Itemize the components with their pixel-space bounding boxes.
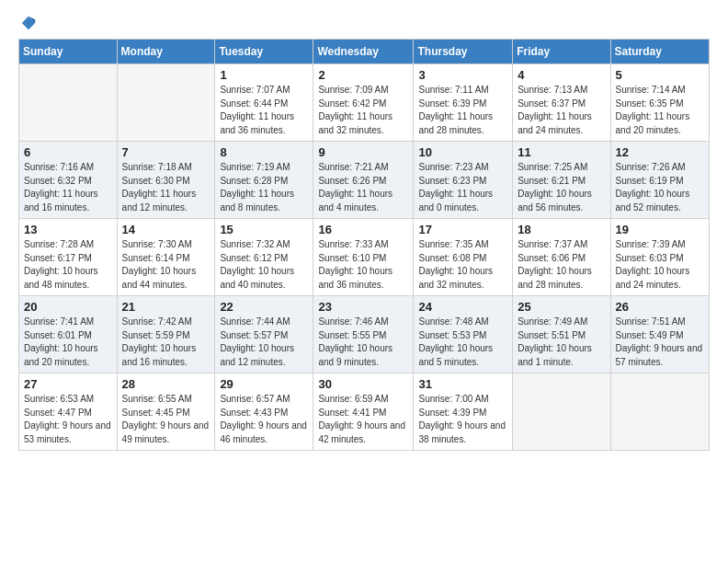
calendar-header-thursday: Thursday: [414, 40, 513, 64]
day-number: 4: [518, 68, 605, 82]
day-number: 14: [122, 223, 210, 236]
day-info: Sunrise: 7:32 AM Sunset: 6:12 PM Dayligh…: [220, 238, 308, 292]
day-info: Sunrise: 7:09 AM Sunset: 6:42 PM Dayligh…: [318, 84, 408, 137]
calendar-week-5: 27Sunrise: 6:53 AM Sunset: 4:47 PM Dayli…: [19, 373, 710, 451]
day-number: 15: [220, 223, 308, 236]
calendar-cell: 19Sunrise: 7:39 AM Sunset: 6:03 PM Dayli…: [610, 219, 709, 296]
calendar-cell: 4Sunrise: 7:13 AM Sunset: 6:37 PM Daylig…: [513, 64, 610, 142]
day-number: 20: [24, 300, 112, 314]
day-info: Sunrise: 7:14 AM Sunset: 6:35 PM Dayligh…: [616, 84, 704, 137]
day-number: 25: [518, 300, 605, 314]
day-info: Sunrise: 6:55 AM Sunset: 4:45 PM Dayligh…: [122, 393, 210, 446]
calendar-cell: [513, 373, 610, 451]
day-info: Sunrise: 7:16 AM Sunset: 6:32 PM Dayligh…: [24, 161, 112, 214]
calendar-cell: 13Sunrise: 7:28 AM Sunset: 6:17 PM Dayli…: [19, 219, 118, 296]
day-info: Sunrise: 7:44 AM Sunset: 5:57 PM Dayligh…: [220, 316, 308, 369]
day-number: 8: [220, 145, 308, 159]
calendar-week-1: 1Sunrise: 7:07 AM Sunset: 6:44 PM Daylig…: [19, 64, 710, 142]
day-info: Sunrise: 7:13 AM Sunset: 6:37 PM Dayligh…: [518, 84, 605, 137]
day-number: 19: [616, 223, 704, 236]
day-info: Sunrise: 6:57 AM Sunset: 4:43 PM Dayligh…: [220, 393, 308, 446]
calendar-cell: 7Sunrise: 7:18 AM Sunset: 6:30 PM Daylig…: [117, 142, 215, 219]
day-info: Sunrise: 7:39 AM Sunset: 6:03 PM Dayligh…: [616, 238, 704, 292]
day-number: 18: [518, 223, 605, 236]
calendar-cell: 28Sunrise: 6:55 AM Sunset: 4:45 PM Dayli…: [117, 373, 215, 451]
calendar-header-sunday: Sunday: [19, 40, 118, 64]
calendar-cell: 26Sunrise: 7:51 AM Sunset: 5:49 PM Dayli…: [610, 296, 709, 373]
calendar-week-4: 20Sunrise: 7:41 AM Sunset: 6:01 PM Dayli…: [19, 296, 710, 373]
day-number: 16: [318, 223, 408, 236]
calendar-week-2: 6Sunrise: 7:16 AM Sunset: 6:32 PM Daylig…: [19, 142, 710, 219]
day-info: Sunrise: 7:37 AM Sunset: 6:06 PM Dayligh…: [518, 238, 605, 292]
calendar-cell: 6Sunrise: 7:16 AM Sunset: 6:32 PM Daylig…: [19, 142, 118, 219]
day-info: Sunrise: 7:18 AM Sunset: 6:30 PM Dayligh…: [122, 161, 210, 214]
calendar-cell: 17Sunrise: 7:35 AM Sunset: 6:08 PM Dayli…: [414, 219, 513, 296]
calendar-cell: 5Sunrise: 7:14 AM Sunset: 6:35 PM Daylig…: [610, 64, 709, 142]
calendar-cell: 11Sunrise: 7:25 AM Sunset: 6:21 PM Dayli…: [513, 142, 610, 219]
calendar-header-row: SundayMondayTuesdayWednesdayThursdayFrid…: [19, 40, 710, 64]
day-number: 7: [122, 145, 210, 159]
day-info: Sunrise: 7:23 AM Sunset: 6:23 PM Dayligh…: [418, 161, 507, 214]
day-info: Sunrise: 7:35 AM Sunset: 6:08 PM Dayligh…: [418, 238, 507, 292]
calendar-cell: 31Sunrise: 7:00 AM Sunset: 4:39 PM Dayli…: [414, 373, 513, 451]
day-number: 29: [220, 377, 308, 391]
calendar-cell: 12Sunrise: 7:26 AM Sunset: 6:19 PM Dayli…: [610, 142, 709, 219]
calendar-week-3: 13Sunrise: 7:28 AM Sunset: 6:17 PM Dayli…: [19, 219, 710, 296]
calendar-cell: 3Sunrise: 7:11 AM Sunset: 6:39 PM Daylig…: [414, 64, 513, 142]
calendar-cell: 20Sunrise: 7:41 AM Sunset: 6:01 PM Dayli…: [19, 296, 118, 373]
day-info: Sunrise: 7:41 AM Sunset: 6:01 PM Dayligh…: [24, 316, 112, 369]
day-info: Sunrise: 7:46 AM Sunset: 5:55 PM Dayligh…: [318, 316, 408, 369]
calendar-cell: 23Sunrise: 7:46 AM Sunset: 5:55 PM Dayli…: [313, 296, 414, 373]
day-number: 21: [122, 300, 210, 314]
day-number: 22: [220, 300, 308, 314]
day-info: Sunrise: 7:25 AM Sunset: 6:21 PM Dayligh…: [518, 161, 605, 214]
svg-marker-0: [22, 17, 35, 29]
calendar-cell: [610, 373, 709, 451]
day-number: 9: [318, 145, 408, 159]
calendar-header-monday: Monday: [117, 40, 215, 64]
day-number: 11: [518, 145, 605, 159]
day-number: 2: [318, 68, 408, 82]
calendar-cell: 9Sunrise: 7:21 AM Sunset: 6:26 PM Daylig…: [313, 142, 414, 219]
day-number: 3: [418, 68, 507, 82]
calendar: SundayMondayTuesdayWednesdayThursdayFrid…: [18, 39, 710, 451]
header: [18, 15, 710, 31]
day-number: 12: [616, 145, 704, 159]
day-info: Sunrise: 7:00 AM Sunset: 4:39 PM Dayligh…: [418, 393, 507, 446]
day-info: Sunrise: 7:30 AM Sunset: 6:14 PM Dayligh…: [122, 238, 210, 292]
day-number: 31: [418, 377, 507, 391]
calendar-header-wednesday: Wednesday: [313, 40, 414, 64]
calendar-cell: [117, 64, 215, 142]
calendar-header-friday: Friday: [513, 40, 610, 64]
calendar-cell: 24Sunrise: 7:48 AM Sunset: 5:53 PM Dayli…: [414, 296, 513, 373]
day-number: 5: [616, 68, 704, 82]
day-number: 1: [220, 68, 308, 82]
day-info: Sunrise: 7:07 AM Sunset: 6:44 PM Dayligh…: [220, 84, 308, 137]
calendar-cell: [19, 64, 118, 142]
calendar-cell: 16Sunrise: 7:33 AM Sunset: 6:10 PM Dayli…: [313, 219, 414, 296]
day-info: Sunrise: 7:26 AM Sunset: 6:19 PM Dayligh…: [616, 161, 704, 214]
calendar-cell: 8Sunrise: 7:19 AM Sunset: 6:28 PM Daylig…: [215, 142, 313, 219]
logo: [18, 15, 37, 31]
page: SundayMondayTuesdayWednesdayThursdayFrid…: [0, 0, 728, 563]
day-number: 13: [24, 223, 112, 236]
logo-icon: [20, 15, 37, 31]
calendar-cell: 25Sunrise: 7:49 AM Sunset: 5:51 PM Dayli…: [513, 296, 610, 373]
day-number: 30: [318, 377, 408, 391]
day-info: Sunrise: 7:51 AM Sunset: 5:49 PM Dayligh…: [616, 316, 704, 369]
day-number: 24: [418, 300, 507, 314]
day-info: Sunrise: 6:59 AM Sunset: 4:41 PM Dayligh…: [318, 393, 408, 446]
day-number: 28: [122, 377, 210, 391]
calendar-cell: 22Sunrise: 7:44 AM Sunset: 5:57 PM Dayli…: [215, 296, 313, 373]
calendar-cell: 1Sunrise: 7:07 AM Sunset: 6:44 PM Daylig…: [215, 64, 313, 142]
calendar-header-tuesday: Tuesday: [215, 40, 313, 64]
calendar-cell: 29Sunrise: 6:57 AM Sunset: 4:43 PM Dayli…: [215, 373, 313, 451]
day-number: 6: [24, 145, 112, 159]
day-number: 10: [418, 145, 507, 159]
calendar-cell: 2Sunrise: 7:09 AM Sunset: 6:42 PM Daylig…: [313, 64, 414, 142]
day-number: 26: [616, 300, 704, 314]
calendar-cell: 27Sunrise: 6:53 AM Sunset: 4:47 PM Dayli…: [19, 373, 118, 451]
calendar-cell: 10Sunrise: 7:23 AM Sunset: 6:23 PM Dayli…: [414, 142, 513, 219]
calendar-cell: 18Sunrise: 7:37 AM Sunset: 6:06 PM Dayli…: [513, 219, 610, 296]
day-info: Sunrise: 7:33 AM Sunset: 6:10 PM Dayligh…: [318, 238, 408, 292]
